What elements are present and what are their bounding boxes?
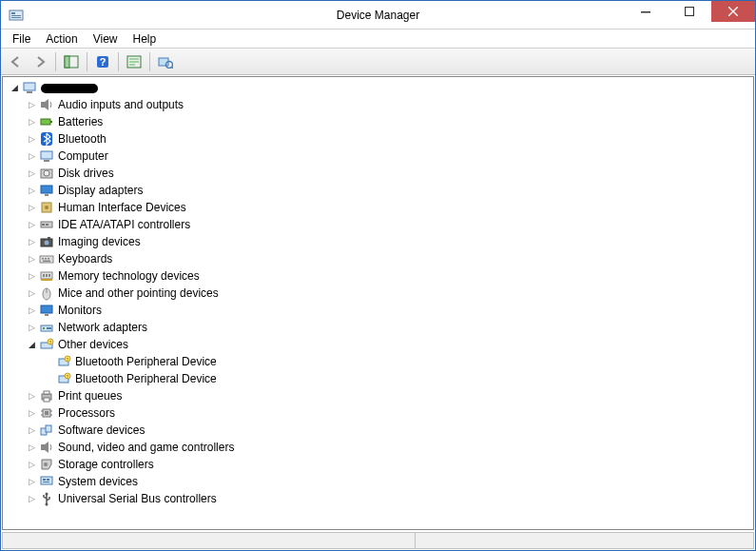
tree-node-cat-13[interactable]: ▷Network adapters — [3, 319, 753, 336]
tree-node-label: IDE ATA/ATAPI controllers — [58, 218, 190, 231]
tree-node-cat-14[interactable]: ◢?Other devices — [3, 336, 753, 353]
tree-node-cat-7[interactable]: ▷IDE ATA/ATAPI controllers — [3, 216, 753, 233]
minimize-button[interactable] — [624, 1, 668, 22]
expand-spacer — [41, 371, 56, 386]
svg-text:?: ? — [49, 340, 52, 345]
expand-icon[interactable]: ▷ — [24, 440, 39, 455]
svg-rect-19 — [24, 83, 35, 90]
svg-point-37 — [45, 241, 49, 246]
svg-point-82 — [46, 493, 48, 496]
tree-node-cat-0[interactable]: ▷Audio inputs and outputs — [3, 96, 753, 113]
tree-node-cat-8[interactable]: ▷Imaging devices — [3, 233, 753, 250]
svg-rect-13 — [129, 58, 139, 60]
expand-icon[interactable]: ▷ — [24, 268, 39, 284]
expand-icon[interactable]: ▷ — [24, 97, 39, 112]
expand-icon[interactable]: ▷ — [24, 405, 39, 421]
tree-node-label: Software devices — [58, 423, 145, 437]
tree-node-cat-19[interactable]: ▷Storage controllers — [3, 456, 753, 473]
menu-action[interactable]: Action — [38, 30, 85, 48]
tree-node-cat-3[interactable]: ▷Computer — [3, 148, 753, 165]
expand-icon[interactable]: ▷ — [24, 303, 39, 318]
tree-node-root[interactable]: ◢ — [3, 79, 753, 96]
tree-node-label: Display adapters — [58, 184, 143, 197]
collapse-icon[interactable]: ◢ — [7, 80, 22, 95]
maximize-button[interactable] — [668, 1, 711, 22]
svg-rect-52 — [45, 314, 48, 316]
tree-node-label: Storage controllers — [58, 458, 154, 471]
tree-node-cat-15[interactable]: ▷Print queues — [3, 387, 753, 404]
tree-node-cat-4[interactable]: ▷Disk drives — [3, 165, 753, 182]
svg-rect-4 — [641, 11, 650, 13]
expand-icon[interactable]: ▷ — [24, 131, 39, 147]
expand-icon[interactable]: ▷ — [24, 148, 39, 164]
toolbar-help-button[interactable]: ? — [91, 51, 114, 72]
svg-rect-47 — [48, 274, 50, 277]
toolbar-forward-button[interactable] — [29, 51, 51, 72]
software-icon — [39, 423, 54, 438]
tree-node-cat-6[interactable]: ▷Human Interface Devices — [3, 199, 753, 216]
unknown-icon: ? — [56, 371, 71, 386]
tree-node-label: Human Interface Devices — [58, 201, 186, 214]
expand-icon[interactable]: ▷ — [24, 388, 39, 403]
printer-icon — [39, 388, 54, 403]
expand-icon[interactable]: ▷ — [24, 491, 39, 506]
tree-node-label: Keyboards — [58, 252, 112, 266]
tree-node-cat-9[interactable]: ▷Keyboards — [3, 250, 753, 267]
network-icon — [39, 320, 54, 335]
close-icon — [728, 7, 738, 16]
monitor-icon — [39, 303, 54, 318]
tree-node-label: Print queues — [58, 389, 122, 403]
svg-rect-46 — [46, 274, 48, 277]
expand-icon[interactable]: ▷ — [24, 234, 39, 249]
arrow-left-icon — [9, 55, 24, 69]
close-button[interactable] — [711, 1, 755, 22]
computer-icon — [39, 148, 54, 164]
toolbar-properties-button[interactable] — [123, 51, 145, 72]
status-pane-left — [3, 533, 416, 548]
cpu-icon — [39, 405, 54, 421]
expand-icon[interactable]: ▷ — [24, 166, 39, 181]
tree-node-cat-10[interactable]: ▷Memory technology devices — [3, 267, 753, 285]
expand-icon[interactable]: ▷ — [24, 183, 39, 198]
menu-help[interactable]: Help — [126, 30, 165, 48]
tree-node-cat-14-child-0[interactable]: ?Bluetooth Peripheral Device — [3, 353, 753, 370]
collapse-icon[interactable]: ◢ — [24, 337, 39, 352]
tree-node-label: Audio inputs and outputs — [58, 98, 184, 111]
tree-node-cat-20[interactable]: ▷System devices — [3, 473, 753, 490]
toolbar-back-button[interactable] — [5, 51, 28, 72]
tree-node-cat-11[interactable]: ▷Mice and other pointing devices — [3, 285, 753, 302]
svg-point-32 — [45, 206, 48, 209]
menu-view[interactable]: View — [86, 30, 126, 48]
help-icon: ? — [95, 55, 110, 69]
expand-icon[interactable]: ▷ — [24, 251, 39, 266]
expand-icon[interactable]: ▷ — [24, 285, 39, 301]
tree-node-cat-21[interactable]: ▷Universal Serial Bus controllers — [3, 490, 753, 507]
tree-node-cat-16[interactable]: ▷Processors — [3, 404, 753, 422]
scan-icon — [158, 55, 173, 69]
menu-file[interactable]: File — [5, 30, 38, 48]
device-tree[interactable]: ◢▷Audio inputs and outputs▷Batteries▷Blu… — [2, 76, 754, 530]
expand-icon[interactable]: ▷ — [24, 200, 39, 215]
toolbar-showhide-button[interactable] — [60, 51, 83, 72]
svg-text:?: ? — [67, 357, 69, 363]
expand-icon[interactable]: ▷ — [24, 217, 39, 232]
svg-rect-35 — [46, 224, 48, 226]
tree-node-cat-18[interactable]: ▷Sound, video and game controllers — [3, 439, 753, 456]
expand-icon[interactable]: ▷ — [24, 423, 39, 438]
tree-node-cat-14-child-1[interactable]: ?Bluetooth Peripheral Device — [3, 370, 753, 387]
expand-icon[interactable]: ▷ — [24, 320, 39, 335]
expand-icon[interactable]: ▷ — [24, 474, 39, 489]
toolbar-scan-button[interactable] — [154, 51, 177, 72]
expand-icon[interactable]: ▷ — [24, 457, 39, 472]
tree-node-label: Computer — [58, 149, 108, 163]
tree-node-cat-17[interactable]: ▷Software devices — [3, 422, 753, 439]
tree-node-cat-12[interactable]: ▷Monitors — [3, 302, 753, 319]
title-bar: Device Manager — [1, 1, 755, 30]
display-icon — [39, 183, 54, 198]
tree-node-cat-5[interactable]: ▷Display adapters — [3, 182, 753, 199]
svg-rect-23 — [50, 121, 52, 123]
tree-node-cat-2[interactable]: ▷Bluetooth — [3, 130, 753, 148]
expand-icon[interactable]: ▷ — [24, 114, 39, 129]
svg-rect-38 — [48, 237, 50, 239]
tree-node-cat-1[interactable]: ▷Batteries — [3, 113, 753, 130]
